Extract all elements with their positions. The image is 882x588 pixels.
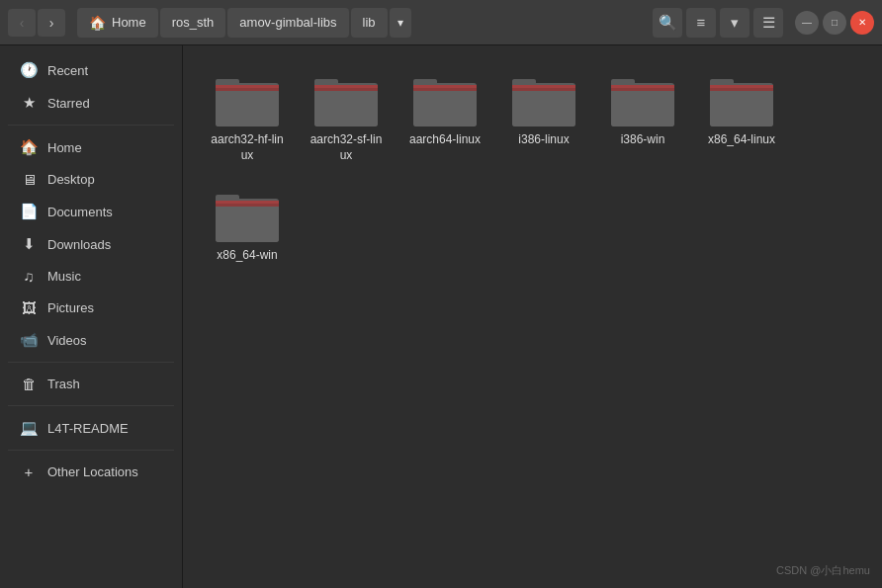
- svg-rect-24: [611, 85, 674, 88]
- close-button[interactable]: ✕: [850, 11, 874, 35]
- sidebar-item-music[interactable]: ♫ Music: [4, 261, 178, 292]
- nav-buttons: ‹ ›: [8, 9, 65, 37]
- sidebar-item-pictures[interactable]: 🖼 Pictures: [4, 293, 178, 323]
- svg-rect-22: [611, 85, 674, 126]
- sidebar-item-downloads[interactable]: ⬇ Downloads: [4, 228, 178, 260]
- folder-name: x86_64-linux: [708, 132, 775, 148]
- svg-rect-2: [216, 85, 279, 126]
- folder-name: aarch32-sf-linux: [308, 132, 385, 163]
- downloads-icon: ⬇: [20, 235, 38, 253]
- svg-rect-19: [512, 85, 575, 88]
- sidebar-item-recent[interactable]: 🕐 Recent: [4, 54, 178, 86]
- folder-x86-64-linux[interactable]: x86_64-linux: [697, 65, 786, 171]
- home-icon: 🏠: [89, 15, 106, 31]
- sidebar-divider-3: [8, 405, 174, 406]
- folder-icon: [314, 73, 378, 126]
- folder-aarch32-sf-linux[interactable]: aarch32-sf-linux: [302, 65, 391, 171]
- sidebar-item-l4t-readme[interactable]: 💻 L4T-README: [4, 412, 178, 444]
- sidebar-item-documents[interactable]: 📄 Documents: [4, 196, 178, 227]
- svg-rect-9: [314, 85, 378, 88]
- back-button[interactable]: ‹: [8, 9, 36, 37]
- sidebar-item-home[interactable]: 🏠 Home: [4, 131, 178, 163]
- breadcrumb-home[interactable]: 🏠 Home: [77, 8, 158, 38]
- sidebar-label-recent: Recent: [47, 63, 88, 78]
- sidebar-divider-4: [8, 450, 174, 451]
- folder-icon: [512, 73, 575, 126]
- view-more-button[interactable]: ▾: [720, 8, 750, 38]
- home-icon: 🏠: [20, 138, 38, 156]
- folder-name: i386-win: [621, 132, 665, 148]
- starred-icon: ★: [20, 94, 38, 112]
- sidebar-label-documents: Documents: [47, 205, 113, 219]
- breadcrumb-lib-label: lib: [363, 15, 376, 30]
- sidebar-item-desktop[interactable]: 🖥 Desktop: [4, 164, 178, 195]
- breadcrumb-ros-label: ros_sth: [172, 15, 215, 30]
- folder-x86-64-win[interactable]: x86_64-win: [203, 181, 292, 272]
- watermark: CSDN @小白hemu: [776, 563, 870, 578]
- svg-rect-17: [512, 85, 575, 126]
- l4t-icon: 💻: [20, 419, 38, 437]
- svg-rect-4: [216, 85, 279, 88]
- breadcrumb-gimbal-libs[interactable]: amov-gimbal-libs: [227, 8, 348, 38]
- desktop-icon: 🖥: [20, 171, 38, 188]
- svg-rect-7: [314, 85, 378, 126]
- svg-rect-34: [216, 201, 279, 204]
- forward-button[interactable]: ›: [38, 9, 65, 37]
- folder-icon: [710, 73, 773, 126]
- titlebar: ‹ › 🏠 Home ros_sth amov-gimbal-libs lib …: [0, 0, 882, 45]
- sidebar: 🕐 Recent ★ Starred 🏠 Home 🖥 Desktop 📄 Do…: [0, 45, 183, 588]
- svg-rect-14: [413, 85, 477, 88]
- maximize-button[interactable]: □: [823, 11, 846, 35]
- folder-icon: [216, 73, 279, 126]
- svg-rect-29: [710, 85, 773, 88]
- breadcrumb-gimbal-label: amov-gimbal-libs: [239, 15, 336, 30]
- search-button[interactable]: 🔍: [653, 8, 682, 38]
- folder-icon: [216, 189, 279, 242]
- sidebar-label-downloads: Downloads: [47, 237, 111, 252]
- sidebar-label-desktop: Desktop: [47, 172, 95, 187]
- sidebar-item-trash[interactable]: 🗑 Trash: [4, 369, 178, 399]
- file-area: aarch32-hf-linux aarch32-sf-linux: [183, 45, 882, 588]
- sidebar-label-music: Music: [47, 269, 81, 284]
- breadcrumb-lib[interactable]: lib: [351, 8, 388, 38]
- folder-icon: [611, 73, 674, 126]
- folder-name: aarch32-hf-linux: [209, 132, 286, 163]
- minimize-button[interactable]: —: [795, 11, 819, 35]
- breadcrumb-ros-sth[interactable]: ros_sth: [160, 8, 226, 38]
- music-icon: ♫: [20, 268, 38, 285]
- sidebar-item-other-locations[interactable]: + Other Locations: [4, 457, 178, 487]
- view-list-button[interactable]: ≡: [686, 8, 716, 38]
- other-locations-icon: +: [20, 463, 38, 480]
- trash-icon: 🗑: [20, 376, 38, 392]
- breadcrumb: 🏠 Home ros_sth amov-gimbal-libs lib ▾: [77, 8, 641, 38]
- sidebar-label-trash: Trash: [47, 377, 80, 391]
- folder-i386-linux[interactable]: i386-linux: [499, 65, 588, 171]
- menu-button[interactable]: ☰: [753, 8, 783, 38]
- documents-icon: 📄: [20, 203, 38, 220]
- sidebar-label-videos: Videos: [47, 333, 87, 348]
- main-area: 🕐 Recent ★ Starred 🏠 Home 🖥 Desktop 📄 Do…: [0, 45, 882, 588]
- sidebar-item-starred[interactable]: ★ Starred: [4, 87, 178, 119]
- svg-rect-27: [710, 85, 773, 126]
- svg-rect-12: [413, 85, 477, 126]
- sidebar-divider-1: [8, 125, 174, 126]
- sidebar-item-videos[interactable]: 📹 Videos: [4, 324, 178, 356]
- sidebar-label-starred: Starred: [47, 96, 90, 111]
- pictures-icon: 🖼: [20, 299, 38, 316]
- folder-name: x86_64-win: [217, 248, 277, 264]
- sidebar-label-pictures: Pictures: [47, 300, 94, 315]
- folder-name: i386-linux: [518, 132, 569, 148]
- recent-icon: 🕐: [20, 61, 38, 79]
- sidebar-label-home: Home: [47, 140, 82, 155]
- videos-icon: 📹: [20, 331, 38, 349]
- window-controls: — □ ✕: [795, 11, 874, 35]
- svg-rect-32: [216, 201, 279, 242]
- folder-aarch64-linux[interactable]: aarch64-linux: [400, 65, 489, 171]
- breadcrumb-home-label: Home: [112, 15, 146, 30]
- folder-i386-win[interactable]: i386-win: [598, 65, 687, 171]
- folder-icon: [413, 73, 477, 126]
- sidebar-label-l4t: L4T-README: [47, 421, 129, 436]
- sidebar-divider-2: [8, 362, 174, 363]
- breadcrumb-dropdown-btn[interactable]: ▾: [390, 8, 411, 38]
- folder-aarch32-hf-linux[interactable]: aarch32-hf-linux: [203, 65, 292, 171]
